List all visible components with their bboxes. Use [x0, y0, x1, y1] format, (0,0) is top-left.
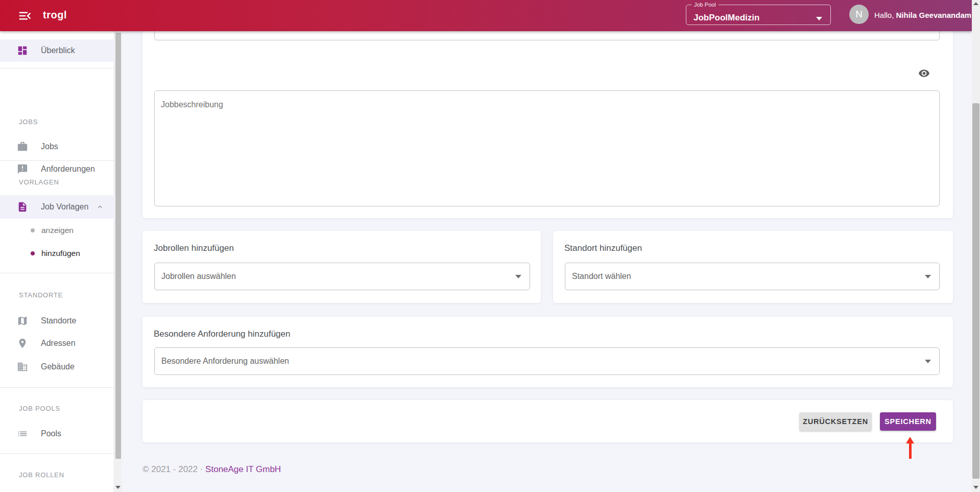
- job-pool-label: Job Pool: [691, 2, 719, 8]
- job-description-textarea[interactable]: [154, 90, 940, 206]
- briefcase-icon: [17, 141, 28, 152]
- user-name: Nihila Geevanandam: [896, 11, 972, 19]
- form-actions-card: ZURÜCKSETZEN SPEICHERN: [142, 400, 953, 442]
- copyright-text: © 2021 - 2022 ·: [142, 464, 205, 474]
- sidebar-item-label: Gebäude: [41, 362, 75, 371]
- sidebar-item-label: Adressen: [41, 339, 76, 348]
- jobrollen-select[interactable]: Jobrollen auswählen: [154, 263, 530, 290]
- announcement-icon: [17, 163, 28, 175]
- job-pool-value: JobPoolMedizin: [694, 13, 759, 23]
- divider: [0, 160, 114, 161]
- divider: [0, 453, 114, 454]
- standort-card-title: Standort hinzufügen: [564, 243, 642, 253]
- sidebar-item-label: Überblick: [41, 46, 75, 55]
- job-pool-select[interactable]: Job Pool JobPoolMedizin: [686, 2, 831, 25]
- besondere-select[interactable]: Besondere Anforderung auswählen: [154, 347, 940, 375]
- sidebar-item-label: Jobs: [41, 142, 58, 151]
- section-header-vorlagen: VORLAGEN: [19, 178, 111, 186]
- scroll-down-arrow-icon[interactable]: [115, 486, 121, 489]
- section-header-standorte: STANDORTE: [19, 291, 111, 299]
- save-button[interactable]: SPEICHERN: [880, 412, 936, 431]
- chevron-down-icon: [515, 275, 521, 278]
- divider: [0, 387, 114, 388]
- page-scrollbar-thumb[interactable]: [972, 103, 979, 479]
- sidebar-item-pools[interactable]: Pools: [0, 423, 114, 445]
- sidebar-item-adressen[interactable]: Adressen: [0, 332, 114, 355]
- page-scrollbar[interactable]: [972, 0, 980, 492]
- sidebar-item-label: Pools: [41, 429, 61, 438]
- sidebar: Überblick JOBS Jobs Anforderungen VORLAG…: [0, 31, 114, 492]
- annotation-arrow: [905, 437, 915, 459]
- jobrollen-card-title: Jobrollen hinzufügen: [154, 243, 234, 253]
- divider: [0, 68, 114, 68]
- map-icon: [17, 315, 28, 326]
- scroll-up-arrow-icon[interactable]: [973, 2, 978, 5]
- section-header-jobs: JOBS: [19, 118, 111, 126]
- jobrollen-select-placeholder: Jobrollen auswählen: [161, 272, 236, 281]
- avatar[interactable]: N: [849, 5, 869, 24]
- job-template-form-card: [142, 31, 953, 218]
- bullet-icon: [31, 251, 35, 255]
- user-greeting: Hallo, Nihila Geevanandam: [874, 11, 971, 19]
- menu-toggle-icon[interactable]: [17, 8, 33, 24]
- sidebar-item-job-vorlagen[interactable]: Job Vorlagen: [0, 195, 114, 219]
- section-header-job-pools: JOB POOLS: [19, 405, 111, 412]
- location-pin-icon: [17, 338, 28, 349]
- chevron-down-icon: [816, 17, 822, 20]
- besondere-card-title: Besondere Anforderung hinzufügen: [154, 329, 290, 339]
- sidebar-item-label: Anforderungen: [41, 165, 95, 174]
- app-logo: trogl: [43, 9, 67, 21]
- scroll-down-arrow-icon[interactable]: [973, 486, 978, 489]
- besondere-select-placeholder: Besondere Anforderung auswählen: [161, 357, 289, 366]
- chevron-up-icon[interactable]: [96, 203, 104, 211]
- footer: © 2021 - 2022 · StoneAge IT GmbH: [142, 464, 281, 475]
- reset-button[interactable]: ZURÜCKSETZEN: [799, 412, 872, 431]
- divider: [0, 273, 114, 273]
- sidebar-subitem-anzeigen[interactable]: anzeigen: [0, 220, 114, 241]
- sidebar-item-label: Standorte: [41, 316, 76, 325]
- sidebar-subitem-hinzufuegen[interactable]: hinzufügen: [0, 243, 114, 264]
- sidebar-item-jobs[interactable]: Jobs: [0, 135, 114, 158]
- sidebar-item-gebaeude[interactable]: Gebäude: [0, 356, 114, 378]
- sidebar-subitem-label: hinzufügen: [41, 249, 80, 258]
- jobrollen-card: Jobrollen hinzufügen Jobrollen auswählen: [142, 231, 541, 303]
- standort-select-placeholder: Standort wählen: [572, 272, 631, 281]
- standort-select[interactable]: Standort wählen: [565, 263, 940, 290]
- list-icon: [17, 428, 28, 439]
- sidebar-item-label: Job Vorlagen: [41, 202, 88, 212]
- preview-eye-icon[interactable]: [918, 67, 930, 79]
- sidebar-subitem-label: anzeigen: [41, 226, 74, 235]
- company-link[interactable]: StoneAge IT GmbH: [205, 464, 281, 474]
- app-bar: trogl Job Pool JobPoolMedizin N Hallo, N…: [0, 0, 972, 31]
- sidebar-scrollbar-thumb[interactable]: [115, 33, 121, 459]
- document-icon: [17, 201, 28, 213]
- sidebar-scrollbar[interactable]: [115, 31, 122, 492]
- dashboard-icon: [17, 45, 28, 56]
- building-icon: [17, 361, 28, 372]
- sidebar-item-anforderungen[interactable]: Anforderungen: [0, 158, 114, 180]
- bullet-icon: [31, 228, 35, 232]
- greeting-prefix: Hallo,: [874, 11, 896, 19]
- chevron-down-icon: [925, 360, 931, 363]
- sidebar-item-ueberblick[interactable]: Überblick: [0, 39, 114, 62]
- section-header-job-rollen: JOB ROLLEN: [19, 471, 111, 479]
- sidebar-item-standorte[interactable]: Standorte: [0, 310, 114, 332]
- standort-card: Standort hinzufügen Standort wählen: [553, 231, 953, 303]
- besondere-anforderung-card: Besondere Anforderung hinzufügen Besonde…: [142, 317, 953, 387]
- arrow-stem: [909, 443, 912, 459]
- chevron-down-icon: [925, 275, 931, 278]
